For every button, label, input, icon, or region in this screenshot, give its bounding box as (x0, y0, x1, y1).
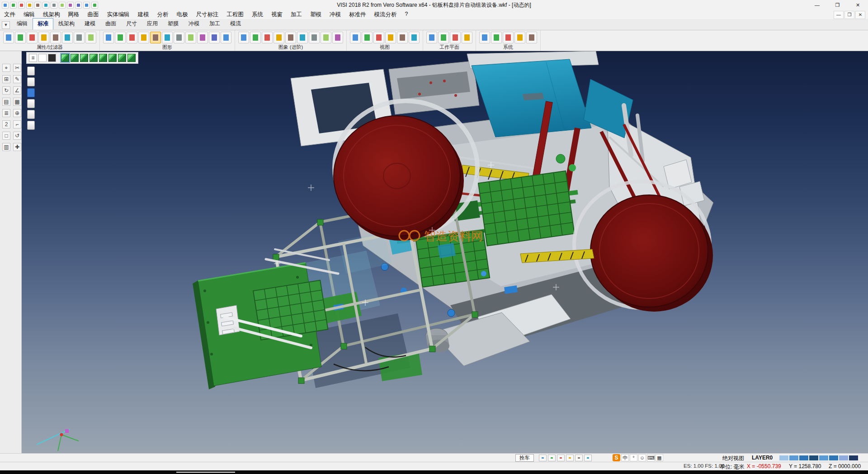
view-cube-front[interactable] (71, 54, 79, 62)
shadow-icon[interactable] (297, 32, 308, 43)
view-cube-back[interactable] (108, 54, 117, 62)
menu-item-13[interactable]: 加工 (287, 11, 306, 19)
toolbar-options-dropdown[interactable] (91, 2, 98, 9)
database-icon[interactable] (526, 32, 537, 43)
ruler-tool[interactable]: ⌐ (13, 120, 21, 128)
copy-button[interactable] (51, 2, 57, 9)
view-mode-label[interactable]: 绝对视图 (722, 455, 744, 462)
entity-filter-doc-2[interactable] (27, 77, 35, 86)
attribute-paint-icon[interactable] (15, 32, 26, 43)
save-view-tool[interactable]: ✚ (13, 143, 21, 151)
view-cube-right[interactable] (99, 54, 107, 62)
menu-item-2[interactable]: 线架构 (39, 11, 64, 19)
dynamic-rotate-icon[interactable] (185, 32, 196, 43)
view-cube-left[interactable] (90, 54, 98, 62)
snap-grid-tool[interactable]: ⊞ (2, 75, 10, 83)
copy-tool[interactable]: ⊕ (13, 109, 21, 117)
menu-item-18[interactable]: ? (401, 11, 412, 19)
white-background-button[interactable] (38, 54, 47, 62)
menu-item-12[interactable]: 视窗 (267, 11, 287, 19)
entity-filter-doc-5[interactable] (27, 110, 35, 119)
model-3d[interactable]: 智造资料网 (22, 51, 868, 453)
redraw-icon[interactable] (103, 32, 114, 43)
select-tool[interactable]: ⌖ (2, 64, 10, 72)
layer-color-segments[interactable] (779, 455, 858, 460)
snap-grid-toggle[interactable] (548, 455, 556, 461)
tab-5[interactable]: 尺寸 (121, 18, 142, 30)
layer-toggle[interactable] (566, 455, 574, 461)
dim-2-tool[interactable]: 2 (2, 120, 10, 128)
cylinder-display-icon[interactable] (150, 32, 161, 43)
view-front-icon[interactable] (362, 32, 373, 43)
view-pan-icon[interactable] (409, 32, 420, 43)
redo-button[interactable] (75, 2, 82, 9)
keyboard-icon[interactable]: ⌨ (647, 454, 655, 461)
view-rotate-icon[interactable] (397, 32, 408, 43)
view-iso-icon[interactable] (350, 32, 361, 43)
doc-minimize-button[interactable]: — (834, 11, 844, 19)
quality-icon[interactable] (332, 32, 343, 43)
tab-10[interactable]: 模流 (225, 18, 246, 30)
undo-tool[interactable]: ↺ (13, 132, 21, 140)
shaded-view-icon[interactable] (115, 32, 126, 43)
sogou-ime-icon[interactable]: S (613, 454, 620, 461)
rotate-tool[interactable]: ↻ (2, 86, 10, 95)
plot-button[interactable] (42, 2, 49, 9)
menu-item-11[interactable]: 系统 (248, 11, 267, 19)
view-top-icon[interactable] (373, 32, 384, 43)
entity-filter-doc-3[interactable] (27, 88, 35, 97)
print-tool[interactable]: ▤ (2, 98, 10, 106)
view-cube-dimetric[interactable] (127, 54, 136, 62)
dark-background-button[interactable] (48, 54, 56, 62)
tab-dropdown-button[interactable]: ▼ (2, 21, 10, 29)
sheet-tool[interactable]: ▦ (13, 98, 21, 106)
view-cube-bottom[interactable] (118, 54, 126, 62)
mic-icon[interactable]: ° (630, 454, 637, 461)
sketch-tool[interactable]: ✎ (13, 75, 21, 83)
doc-close-button[interactable]: ✕ (855, 11, 865, 19)
layers-tool[interactable]: ≣ (2, 109, 10, 117)
chart-tool[interactable]: ▥ (2, 143, 10, 151)
attribute-copy-icon[interactable] (3, 32, 14, 43)
tab-4[interactable]: 曲面 (100, 18, 121, 30)
menu-item-17[interactable]: 模流分析 (370, 11, 401, 19)
menu-item-15[interactable]: 冲模 (326, 11, 345, 19)
clip-plane-icon[interactable] (262, 32, 273, 43)
view-right-icon[interactable] (385, 32, 396, 43)
lighting-icon[interactable] (285, 32, 296, 43)
paste-button[interactable] (59, 2, 66, 9)
new-file-button[interactable] (10, 2, 17, 9)
menu-item-7[interactable]: 分析 (153, 11, 173, 19)
tab-8[interactable]: 冲模 (184, 18, 204, 30)
workplane-xy-icon[interactable] (426, 32, 437, 43)
save-file-button[interactable] (26, 2, 33, 9)
display-box-icon[interactable] (209, 32, 220, 43)
doc-restore-button[interactable]: ❐ (844, 11, 854, 19)
ortho-toggle[interactable] (575, 455, 583, 461)
color-palette-icon[interactable] (479, 32, 490, 43)
box-tool[interactable]: □ (2, 132, 10, 140)
visi-logo[interactable] (2, 2, 9, 9)
menu-item-5[interactable]: 实体编辑 (103, 11, 134, 19)
menu-item-8[interactable]: 电极 (173, 11, 192, 19)
snapshot-icon[interactable] (309, 32, 320, 43)
settings-button[interactable] (83, 2, 90, 9)
tab-2[interactable]: 线架构 (53, 18, 80, 30)
filter-add-icon[interactable] (27, 32, 38, 43)
filter-layer-icon[interactable] (62, 32, 73, 43)
view-cube-iso[interactable] (61, 54, 69, 62)
menu-item-16[interactable]: 标准件 (345, 11, 370, 19)
minimize-button[interactable]: — (807, 0, 827, 10)
tab-9[interactable]: 加工 (204, 18, 225, 30)
menu-item-10[interactable]: 工程图 (223, 11, 248, 19)
filter-remove-icon[interactable] (38, 32, 49, 43)
options-icon[interactable] (514, 32, 525, 43)
smiley-icon[interactable]: ☺ (638, 454, 646, 461)
menu-item-14[interactable]: 塑模 (306, 11, 326, 19)
grid-settings-icon[interactable] (503, 32, 514, 43)
open-file-button[interactable] (18, 2, 25, 9)
maximize-button[interactable]: ❐ (827, 0, 848, 10)
tab-0[interactable]: 编辑 (12, 18, 33, 30)
viewport-3d[interactable]: 智造资料网 ≡ (22, 51, 868, 453)
entity-filter-doc-1[interactable] (27, 66, 35, 76)
